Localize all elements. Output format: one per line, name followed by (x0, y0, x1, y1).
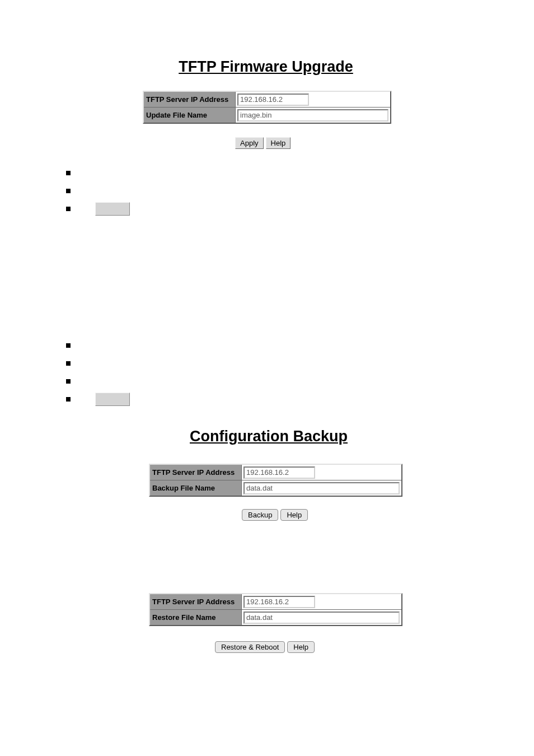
backup-file-input[interactable] (243, 482, 400, 494)
bullet-icon (66, 397, 71, 402)
bullet-item (66, 394, 132, 404)
configuration-backup-title: Configuration Backup (146, 428, 392, 445)
bullet-list-2 (66, 340, 132, 412)
restore-ip-label: TFTP Server IP Address (150, 594, 242, 609)
restore-help-button[interactable]: Help (287, 641, 315, 653)
firmware-file-input[interactable] (237, 109, 388, 122)
restore-ip-input[interactable] (243, 596, 315, 608)
backup-form: TFTP Server IP Address Backup File Name (149, 464, 402, 497)
bullet-item (66, 204, 132, 214)
backup-ip-label: TFTP Server IP Address (150, 465, 242, 480)
firmware-file-label: Update File Name (144, 108, 236, 123)
restore-reboot-button[interactable]: Restore & Reboot (215, 641, 285, 653)
firmware-ip-input[interactable] (237, 94, 309, 106)
bullet-icon (66, 189, 71, 193)
bullet-item (66, 168, 132, 178)
backup-file-label: Backup File Name (150, 480, 242, 496)
firmware-file-cell (236, 108, 390, 123)
bullet-icon (66, 207, 71, 211)
bullet-item (66, 340, 132, 351)
bullet-icon (66, 343, 71, 348)
backup-button[interactable]: Backup (242, 509, 278, 521)
bullet-icon (66, 361, 71, 366)
backup-file-cell (242, 480, 401, 496)
inline-button-placeholder[interactable] (95, 202, 130, 216)
firmware-help-button[interactable]: Help (266, 137, 291, 149)
bullet-icon (66, 379, 71, 384)
restore-ip-cell (242, 594, 401, 609)
backup-button-bar: Backup Help (242, 509, 308, 521)
restore-file-label: Restore File Name (150, 610, 242, 625)
bullet-list-1 (66, 168, 132, 222)
firmware-ip-label: TFTP Server IP Address (144, 92, 236, 107)
firmware-button-bar: Apply Help (235, 137, 291, 149)
bullet-icon (66, 171, 71, 175)
firmware-upgrade-title: TFTP Firmware Upgrade (143, 58, 389, 76)
apply-button[interactable]: Apply (235, 137, 264, 149)
backup-ip-cell (242, 465, 401, 480)
firmware-form: TFTP Server IP Address Update File Name (143, 91, 391, 124)
bullet-item (66, 186, 132, 196)
backup-ip-input[interactable] (243, 466, 315, 479)
inline-button-placeholder[interactable] (95, 393, 130, 406)
restore-file-cell (242, 610, 401, 625)
restore-form: TFTP Server IP Address Restore File Name (149, 593, 402, 626)
restore-button-bar: Restore & Reboot Help (215, 641, 315, 653)
backup-help-button[interactable]: Help (280, 509, 308, 521)
bullet-item (66, 358, 132, 368)
bullet-item (66, 376, 132, 386)
restore-file-input[interactable] (243, 612, 400, 624)
firmware-ip-cell (236, 92, 390, 107)
